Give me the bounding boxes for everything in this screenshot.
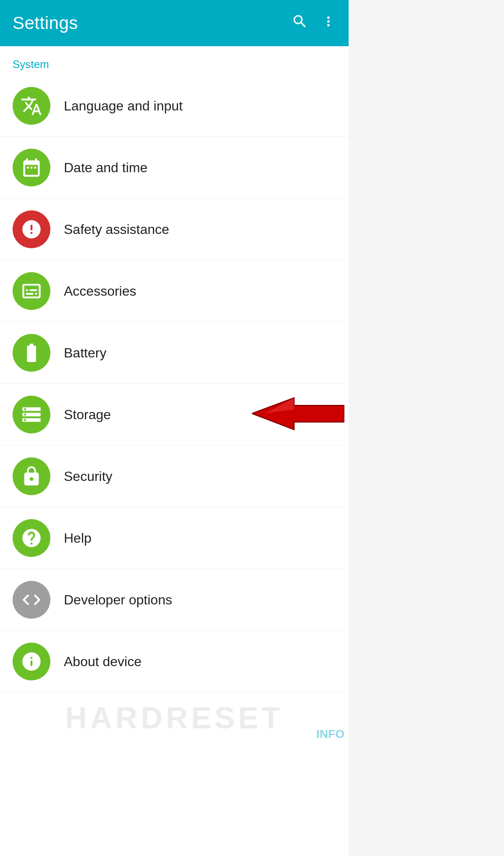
accessories-icon (13, 272, 50, 310)
developer-options-icon (13, 581, 50, 619)
menu-item-storage[interactable]: Storage (0, 384, 349, 446)
developer-options-label: Developer options (64, 592, 172, 608)
security-label: Security (64, 469, 113, 484)
app-title: Settings (13, 13, 78, 33)
watermark-info: INFO (316, 727, 344, 741)
help-icon (13, 519, 50, 557)
watermark-container: HARDRESET INFO (0, 693, 349, 743)
menu-item-about-device[interactable]: About device (0, 631, 349, 693)
help-label: Help (64, 530, 92, 546)
date-time-label: Date and time (64, 160, 147, 176)
more-options-icon[interactable] (321, 14, 336, 33)
menu-item-safety-assistance[interactable]: Safety assistance (0, 199, 349, 260)
app-header: Settings (0, 0, 349, 46)
battery-icon (13, 334, 50, 372)
search-icon[interactable] (291, 13, 308, 34)
menu-item-date-time[interactable]: Date and time (0, 137, 349, 199)
svg-marker-0 (252, 398, 344, 430)
watermark-text: HARDRESET (65, 701, 284, 735)
section-label: System (0, 46, 349, 75)
red-arrow-icon (252, 394, 344, 434)
accessories-label: Accessories (64, 284, 136, 299)
safety-assistance-icon (13, 210, 50, 248)
menu-item-accessories[interactable]: Accessories (0, 260, 349, 322)
battery-label: Battery (64, 345, 106, 361)
about-device-label: About device (64, 654, 142, 670)
menu-item-language-input[interactable]: Language and input (0, 75, 349, 137)
menu-item-help[interactable]: Help (0, 507, 349, 569)
settings-content: System Language and input Date and time … (0, 46, 349, 856)
storage-arrow-annotation (252, 394, 344, 436)
menu-item-developer-options[interactable]: Developer options (0, 569, 349, 631)
menu-item-security[interactable]: Security (0, 446, 349, 507)
about-device-icon (13, 643, 50, 680)
safety-assistance-label: Safety assistance (64, 222, 169, 237)
storage-icon (13, 396, 50, 433)
language-input-icon (13, 87, 50, 125)
language-input-label: Language and input (64, 98, 183, 114)
menu-item-battery[interactable]: Battery (0, 322, 349, 384)
header-actions (291, 13, 336, 34)
storage-label: Storage (64, 407, 111, 423)
date-time-icon (13, 149, 50, 186)
security-icon (13, 457, 50, 495)
